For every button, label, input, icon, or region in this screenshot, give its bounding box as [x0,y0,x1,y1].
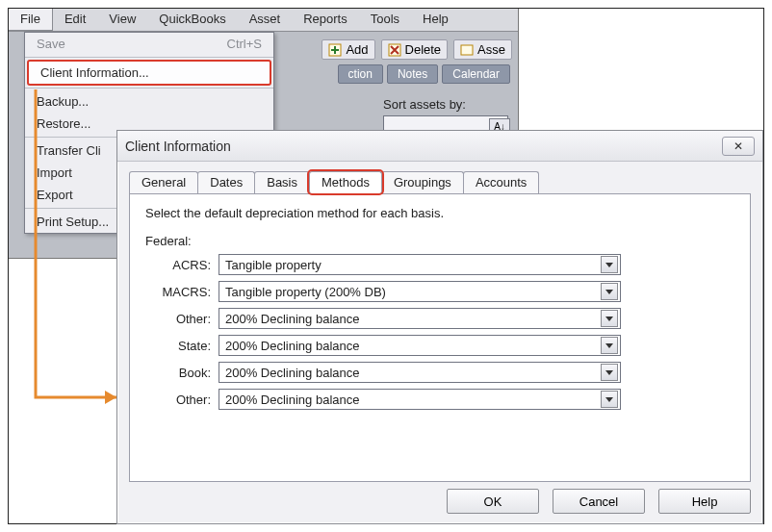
dialog-buttons: OK Cancel Help [447,489,751,514]
menu-separator [25,88,273,89]
tab-groupings[interactable]: Groupings [381,171,464,193]
acrs-value: Tangible property [225,258,322,272]
other1-combo[interactable]: 200% Declining balance [219,308,621,329]
close-button[interactable]: ✕ [722,137,755,156]
dialog-titlebar: Client Information ✕ [117,131,762,162]
methods-panel: Select the default depreciation method f… [129,193,751,482]
sort-label: Sort assets by: [383,97,508,112]
instruction-text: Select the default depreciation method f… [145,206,734,220]
row-state: State: 200% Declining balance [145,335,734,356]
menu-asset[interactable]: Asset [238,9,293,31]
chevron-down-icon [601,283,618,300]
menu-view[interactable]: View [97,9,147,31]
save-label: Save [37,37,65,51]
state-label: State: [145,339,219,353]
add-label: Add [346,42,368,57]
federal-label: Federal: [145,234,734,248]
subtab-notes[interactable]: Notes [387,64,438,84]
close-icon: ✕ [733,139,743,153]
plus-icon [328,43,342,57]
other1-label: Other: [145,312,219,326]
chevron-down-icon [601,337,618,354]
book-value: 200% Declining balance [225,366,359,380]
dialog-tabs: General Dates Basis Methods Groupings Ac… [117,162,762,193]
macrs-label: MACRS: [145,285,219,299]
chevron-down-icon [601,391,618,408]
client-information-dialog: Client Information ✕ General Dates Basis… [116,130,763,524]
asset-button[interactable]: Asse [453,39,512,60]
book-combo[interactable]: 200% Declining balance [219,362,621,383]
delete-label: Delete [405,42,442,57]
chevron-down-icon [601,310,618,327]
chevron-down-icon [601,256,618,273]
ok-button[interactable]: OK [447,489,539,514]
row-book: Book: 200% Declining balance [145,362,734,383]
other2-value: 200% Declining balance [225,393,359,407]
asset-icon [460,43,474,57]
row-acrs: ACRS: Tangible property [145,254,734,275]
asset-label: Asse [477,42,505,57]
help-button[interactable]: Help [658,489,751,514]
menuitem-save: Save Ctrl+S [25,33,273,55]
delete-icon [388,43,401,57]
other2-label: Other: [145,393,219,407]
tab-basis[interactable]: Basis [254,171,310,193]
menu-quickbooks[interactable]: QuickBooks [147,9,237,31]
menu-separator [25,57,273,58]
acrs-label: ACRS: [145,258,219,272]
menu-reports[interactable]: Reports [292,9,359,31]
menu-file[interactable]: File [9,9,53,31]
save-accel: Ctrl+S [227,37,262,51]
state-combo[interactable]: 200% Declining balance [219,335,621,356]
dialog-title: Client Information [125,139,231,154]
state-value: 200% Declining balance [225,339,359,353]
delete-button[interactable]: Delete [381,39,449,60]
add-button[interactable]: Add [322,39,374,60]
acrs-combo[interactable]: Tangible property [219,254,621,275]
other2-combo[interactable]: 200% Declining balance [219,389,621,410]
menu-tools[interactable]: Tools [359,9,411,31]
cancel-button[interactable]: Cancel [553,489,645,514]
subtabs: ction Notes Calendar [330,64,518,84]
tab-dates[interactable]: Dates [197,171,255,193]
toolbar: Add Delete Asse [316,36,518,63]
subtab-action[interactable]: ction [338,64,383,84]
row-other-federal: Other: 200% Declining balance [145,308,734,329]
row-other2: Other: 200% Declining balance [145,389,734,410]
menu-edit[interactable]: Edit [53,9,97,31]
macrs-value: Tangible property (200% DB) [225,285,386,299]
row-macrs: MACRS: Tangible property (200% DB) [145,281,734,302]
menuitem-backup[interactable]: Backup... [25,90,273,113]
book-label: Book: [145,366,219,380]
tab-methods[interactable]: Methods [309,171,382,193]
subtab-calendar[interactable]: Calendar [442,64,510,84]
tab-general[interactable]: General [129,171,198,193]
chevron-down-icon [601,364,618,381]
svg-rect-2 [461,45,473,55]
other1-value: 200% Declining balance [225,312,359,326]
tab-accounts[interactable]: Accounts [463,171,539,193]
menubar: File Edit View QuickBooks Asset Reports … [9,9,518,32]
client-info-label: Client Information... [40,65,149,80]
menu-help[interactable]: Help [411,9,460,31]
macrs-combo[interactable]: Tangible property (200% DB) [219,281,621,302]
menuitem-client-information[interactable]: Client Information... [27,60,271,86]
